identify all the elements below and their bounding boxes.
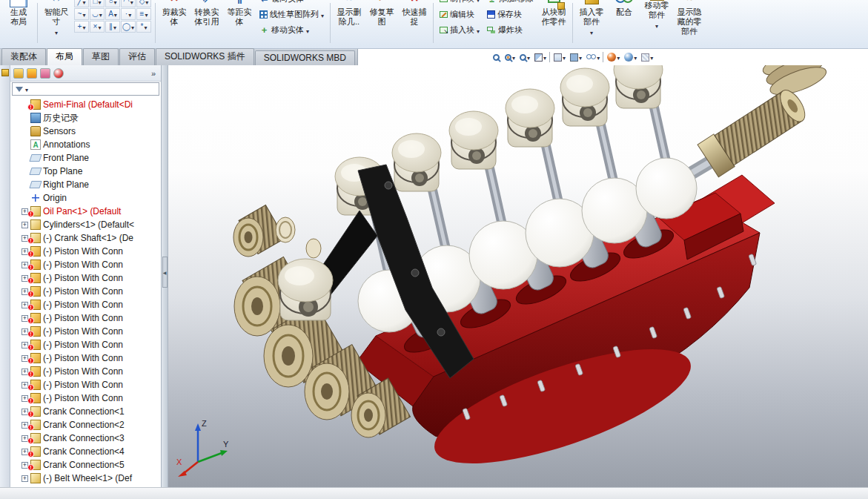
tangent-arc-tool[interactable]: ◡ <box>90 8 105 20</box>
zoom-area-icon[interactable] <box>503 51 517 63</box>
panel-handle-icon[interactable] <box>1 69 9 76</box>
tree-item[interactable]: Top Plane <box>10 165 161 178</box>
point-tool[interactable]: · <box>121 8 136 20</box>
hide-show-items-icon[interactable] <box>585 51 601 63</box>
tree-item[interactable]: (-) Piston With Conn <box>10 298 161 311</box>
zoom-fit-icon[interactable] <box>491 53 502 62</box>
separator[interactable] <box>603 52 604 62</box>
repair-sketch-button[interactable]: 修复草 图 <box>365 0 398 27</box>
tree-item[interactable]: (-) Piston With Conn <box>10 338 161 351</box>
commandmanager-tab[interactable]: 草图 <box>83 48 119 65</box>
tree-item[interactable]: Crank Connection<4 <box>10 445 161 458</box>
previous-view-icon[interactable] <box>518 51 531 63</box>
engine-assembly-model[interactable] <box>168 65 868 487</box>
tree-item[interactable]: (-) Piston With Conn <box>10 378 161 391</box>
tree-item[interactable]: Oil Pan<1> (Default <box>10 205 161 218</box>
view-orientation-icon[interactable] <box>552 51 567 63</box>
arc-tool[interactable]: ◠ <box>121 0 136 7</box>
rectangle-tool[interactable]: □ <box>90 0 105 7</box>
move-component-button[interactable]: 移动零 部件 <box>640 0 673 30</box>
collapse-panel-button[interactable] <box>162 257 168 288</box>
fillet-tool[interactable]: * <box>136 21 151 33</box>
tree-item[interactable]: Right Plane <box>10 178 161 191</box>
polygon-tool[interactable]: ◇ <box>136 0 151 7</box>
mirror-entities-button[interactable]: 镜向实体 <box>256 0 328 7</box>
commandmanager-tab[interactable]: 布局 <box>47 48 82 65</box>
tree-item[interactable]: (-) Piston With Conn <box>10 325 161 338</box>
tree-item[interactable]: Cylinders<1> (Default< <box>10 218 161 231</box>
configurationmanager-tab[interactable] <box>40 68 50 79</box>
propertymanager-tab[interactable] <box>27 68 37 79</box>
explode-block-button[interactable]: 爆炸块 <box>483 22 537 38</box>
insert-block-button[interactable]: 插入块 <box>436 22 483 38</box>
crankshaft-splined-end[interactable] <box>698 85 810 176</box>
tree-item[interactable]: Semi-Final (Default<Di <box>10 98 161 111</box>
tree-item[interactable]: (-) Piston With Conn <box>10 351 161 365</box>
tree-item[interactable]: (-) Piston With Conn <box>10 258 161 271</box>
tree-item[interactable]: (-) Crank Shaft<1> (De <box>10 231 161 245</box>
tree-item[interactable]: (-) Belt Wheel<1> (Def <box>10 472 161 485</box>
line-tool[interactable]: ╱ <box>74 0 89 7</box>
flyout-expand-button[interactable]: » <box>149 69 158 78</box>
parallel-tool[interactable]: ∥ <box>105 21 120 33</box>
edit-appearance-icon[interactable] <box>606 51 621 63</box>
trim-tool[interactable]: × <box>90 21 105 33</box>
trim-entities-button[interactable]: 剪裁实 体 <box>158 0 191 27</box>
mate-button[interactable]: 配合 <box>608 0 640 17</box>
generate-layout-button[interactable]: 生成 布局 <box>2 0 35 27</box>
pattern-tool[interactable]: ≡ <box>136 8 151 20</box>
apply-scene-icon[interactable] <box>623 51 638 63</box>
text-tool[interactable]: A <box>105 8 120 20</box>
separator[interactable] <box>549 52 551 62</box>
offset-entities-button[interactable]: 等距实 体 <box>223 0 256 27</box>
edit-block-button[interactable]: 编辑块 <box>436 7 483 22</box>
move-entities-button[interactable]: 移动实体 <box>256 22 328 38</box>
show-hide-components-button[interactable]: 显示隐 藏的零 部件 <box>673 0 706 36</box>
tree-item[interactable]: (-) Piston With Conn <box>10 285 161 298</box>
tree-item[interactable]: (-) Piston With Conn <box>10 311 161 325</box>
display-delete-relations-button[interactable]: 显示删 除几.. <box>333 0 365 27</box>
tree-filter[interactable] <box>12 82 159 96</box>
linear-sketch-pattern-button[interactable]: 线性草图阵列 <box>256 7 328 22</box>
tree-item[interactable]: (-) Piston With Conn <box>10 271 161 285</box>
circle-tool[interactable]: ○ <box>105 0 120 7</box>
insert-component-button[interactable]: 插入零 部件 <box>575 0 608 37</box>
view-settings-icon[interactable] <box>640 51 655 63</box>
tree-item[interactable]: Sensors <box>10 125 161 138</box>
commandmanager-tab[interactable]: 装配体 <box>1 48 46 65</box>
centerline-tool[interactable]: + <box>74 21 89 33</box>
ellipse-tool[interactable]: ◯ <box>121 21 136 33</box>
tree-item[interactable]: 历史记录 <box>10 111 161 125</box>
graphics-area[interactable]: Z Y X <box>168 65 868 487</box>
make-block-button[interactable]: 制作块 <box>436 0 483 7</box>
commandmanager-tab[interactable]: SOLIDWORKS 插件 <box>156 48 254 65</box>
tree-item[interactable]: Front Plane <box>10 151 161 165</box>
tree-item[interactable]: Crank Connection<1 <box>10 405 161 418</box>
expand-toggle[interactable] <box>21 475 28 482</box>
featuremanager-tab[interactable] <box>13 68 24 79</box>
convert-entities-button[interactable]: 转换实 体引用 <box>191 0 223 27</box>
tree-item[interactable]: Annotations <box>10 138 161 151</box>
make-part-from-block-button[interactable]: 从块制 作零件 <box>537 0 570 27</box>
add-remove-button[interactable]: 添加/移除 <box>483 0 537 7</box>
quick-snaps-button[interactable]: 快速捕 捉 <box>398 0 431 27</box>
save-block-button[interactable]: 保存块 <box>483 7 537 22</box>
blocks-stack-2: 添加/移除 保存块 爆炸块 <box>483 0 537 38</box>
commandmanager-tab[interactable]: 评估 <box>119 48 155 65</box>
expand-toggle[interactable] <box>21 222 28 228</box>
tree-item[interactable]: Crank Connection<3 <box>10 432 161 445</box>
tree-item[interactable]: (-) Piston With Conn <box>10 365 161 378</box>
tree-item[interactable]: Crank Connection<5 <box>10 458 161 472</box>
spline-tool[interactable]: ~ <box>74 8 89 20</box>
tree-item[interactable]: Crank Connection<2 <box>10 418 161 432</box>
section-view-icon[interactable] <box>533 51 548 63</box>
panel-splitter[interactable] <box>162 65 168 487</box>
tree-item[interactable]: (-) Piston With Conn <box>10 391 161 405</box>
tree-item[interactable]: (-) Piston With Conn <box>10 245 161 258</box>
smart-dimension-button[interactable]: 智能尺 寸 <box>40 0 73 37</box>
tree-item[interactable]: Origin <box>10 191 161 205</box>
commandmanager-tab[interactable]: SOLIDWORKS MBD <box>255 50 355 65</box>
front-piston[interactable] <box>278 259 333 320</box>
displaymanager-tab[interactable] <box>53 68 64 79</box>
display-style-icon[interactable] <box>569 51 583 63</box>
